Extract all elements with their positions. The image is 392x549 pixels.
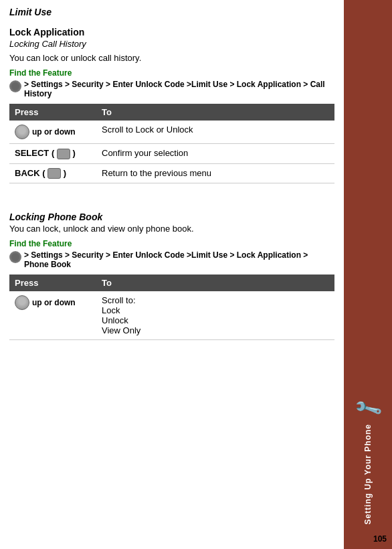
table2-row1-to: Scroll to: Lock Unlock View Only [96,291,334,340]
sidebar: 🔧 Setting Up Your Phone 105 [344,0,392,549]
table1-row1-press: up or down [9,121,96,144]
up-down-label-2: up or down [32,298,76,307]
sidebar-icon-area: 🔧 Setting Up Your Phone [357,398,380,525]
back-label: BACK ( [15,168,45,178]
table2-row1-press: up or down [9,291,96,340]
back-btn-icon [47,168,61,179]
select-label: SELECT ( [15,148,54,158]
menu-icon-2 [9,251,21,263]
up-down-label-1: up or down [32,127,76,137]
section2-path-text: > Settings > Security > Enter Unlock Cod… [24,250,334,269]
sidebar-label: Setting Up Your Phone [363,424,373,525]
section1-body: You can lock or unlock call history. [9,53,334,63]
section1-table: Press To up or down Scroll to Lock or Un… [9,104,334,183]
lock-text: Lock [102,305,329,315]
nav-btn-1 [15,125,29,139]
select-btn-icon [57,149,70,159]
section2-body: You can lock, unlock and view only phone… [9,224,334,234]
menu-icon-1 [9,80,21,92]
unlock-text: Unlock [102,315,329,325]
table1-row1-to: Scroll to Lock or Unlock [96,121,334,144]
table-row: up or down Scroll to: Lock Unlock View O… [9,291,334,340]
section1-path-text: > Settings > Security > Enter Unlock Cod… [24,80,334,98]
section1-feature-path: > Settings > Security > Enter Unlock Cod… [9,80,334,98]
table-row: BACK ( ) Return to the previous menu [9,163,334,183]
view-only-text: View Only [102,325,329,335]
table2-header-press: Press [9,274,96,291]
wrench-icon: 🔧 [353,394,384,424]
scroll-to-text: Scroll to: [102,295,329,305]
section2-table: Press To up or down Scroll to: Lock Unlo… [9,274,334,340]
page-number: 105 [373,534,387,544]
table1-row3-to: Return to the previous menu [96,163,334,183]
main-content: Limit Use Lock Application Locking Call … [0,0,344,549]
table1-header-to: To [96,104,334,121]
table-row: SELECT ( ) Confirm your selection [9,144,334,164]
section-gap [9,195,334,212]
section2-find-feature: Find the Feature [9,239,334,248]
section2-title: Locking Phone Book [9,212,334,222]
table1-row2-to: Confirm your selection [96,144,334,164]
section1-subtitle: Locking Call History [9,39,334,49]
table2-header-to: To [96,274,334,291]
section1-title: Lock Application [9,27,334,37]
section2-feature-path: > Settings > Security > Enter Unlock Cod… [9,250,334,269]
section1-find-feature: Find the Feature [9,68,334,78]
table1-row2-press: SELECT ( ) [9,144,96,164]
table1-header-press: Press [9,104,96,121]
table1-row3-press: BACK ( ) [9,163,96,183]
page-title: Limit Use [9,7,334,17]
table-row: up or down Scroll to Lock or Unlock [9,121,334,144]
nav-btn-2 [15,295,29,310]
